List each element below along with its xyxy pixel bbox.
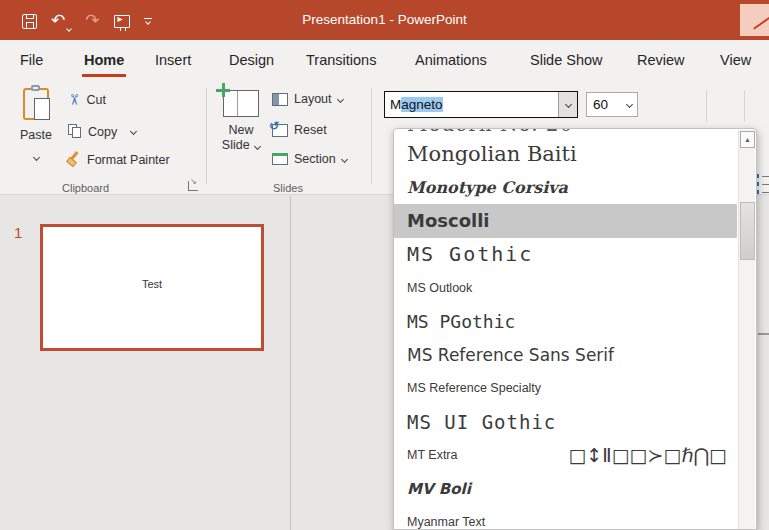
font-size-combobox[interactable]: 60 — [586, 92, 638, 117]
tab-file[interactable]: File — [20, 52, 43, 68]
control-divider — [706, 90, 707, 122]
font-option[interactable]: MS Reference Sans Serif — [394, 338, 737, 372]
font-option-label: MT Extra — [407, 448, 457, 462]
font-option-label: Modern No. 20 — [407, 129, 573, 136]
copy-label: Copy — [88, 125, 117, 139]
format-painter-label: Format Painter — [87, 153, 170, 167]
slides-group-label: Slides — [273, 182, 303, 194]
font-option-label: MS Gothic — [407, 242, 533, 266]
scroll-up-icon[interactable]: ▲ — [740, 131, 755, 148]
new-slide-label-1: New — [228, 123, 253, 137]
format-painter-icon — [66, 152, 81, 167]
slide-thumbnail[interactable]: Test — [40, 224, 264, 351]
font-option[interactable]: MS Gothic — [394, 238, 737, 272]
font-name-dropdown-button[interactable] — [558, 92, 577, 117]
reset-label: Reset — [294, 123, 327, 137]
tab-view[interactable]: View — [720, 52, 751, 68]
ribbon-tab-row: FileHomeInsertDesignTransitionsAnimation… — [0, 40, 769, 82]
panel-divider[interactable] — [290, 196, 291, 530]
paste-dropdown-icon[interactable] — [32, 154, 39, 161]
tab-review[interactable]: Review — [637, 52, 685, 68]
font-size-value: 60 — [587, 97, 621, 112]
reset-button[interactable]: Reset — [272, 123, 327, 137]
font-option-label: Monotype Corsiva — [407, 178, 568, 197]
font-name-combobox[interactable]: Magneto — [384, 91, 578, 118]
new-slide-button[interactable]: New Slide — [214, 86, 268, 178]
font-option[interactable]: Mongolian Baiti — [394, 137, 737, 171]
font-option[interactable]: Myanmar Text — [394, 506, 737, 530]
font-option[interactable]: MS Outlook — [394, 271, 737, 305]
section-label: Section — [294, 152, 336, 166]
font-size-dropdown-button[interactable] — [621, 102, 637, 107]
powerpoint-window: ↶ ↷ Presentation1 - PowerPoint FileHomeI… — [0, 0, 769, 530]
font-option-label: MS Outlook — [407, 281, 472, 295]
font-option[interactable]: Moscolli — [394, 204, 737, 238]
paste-label: Paste — [10, 128, 62, 142]
cut-button[interactable]: ✂ Cut — [68, 91, 106, 109]
share-badge[interactable] — [740, 4, 769, 36]
control-divider — [744, 90, 745, 122]
new-slide-label-2: Slide — [222, 138, 250, 152]
paste-button[interactable]: Paste — [10, 86, 62, 178]
scrollbar-thumb[interactable] — [740, 202, 755, 260]
scissors-icon: ✂ — [65, 94, 83, 107]
tab-animations[interactable]: Animations — [415, 52, 487, 68]
slide-number: 1 — [14, 224, 22, 241]
reset-icon — [272, 124, 288, 137]
font-option-label: MS UI Gothic — [407, 411, 556, 433]
copy-icon — [68, 124, 82, 139]
font-option-label: MV Boli — [407, 480, 471, 498]
clipboard-dialog-launcher-icon[interactable] — [188, 181, 198, 191]
font-option[interactable]: Modern No. 20 — [394, 129, 737, 137]
font-option-label: MS PGothic — [407, 311, 515, 332]
font-option-label: MS Reference Specialty — [407, 381, 541, 395]
font-option[interactable]: MS PGothic — [394, 305, 737, 339]
tab-insert[interactable]: Insert — [155, 52, 191, 68]
tab-transitions[interactable]: Transitions — [306, 52, 376, 68]
section-dropdown-icon — [341, 155, 348, 162]
new-slide-dropdown-icon[interactable] — [254, 143, 261, 150]
font-option-label: Mongolian Baiti — [407, 142, 577, 166]
slide-thumbnail-text: Test — [43, 278, 261, 290]
undo-dropdown-icon[interactable] — [66, 26, 72, 32]
section-icon — [272, 153, 288, 165]
layout-label: Layout — [294, 92, 332, 106]
font-name-autocomplete-selection: agneto — [401, 97, 442, 112]
font-dropdown: Modern No. 20Mongolian BaitiMonotype Cor… — [393, 128, 757, 530]
font-option-label: Myanmar Text — [407, 515, 485, 529]
paste-icon — [23, 88, 49, 120]
clipboard-group-label: Clipboard — [62, 182, 109, 194]
font-option[interactable]: MS Reference Specialty — [394, 372, 737, 406]
cut-label: Cut — [87, 93, 106, 107]
font-dropdown-list: Modern No. 20Mongolian BaitiMonotype Cor… — [394, 129, 737, 529]
new-slide-icon — [223, 90, 259, 117]
layout-button[interactable]: Layout — [272, 92, 343, 106]
layout-dropdown-icon — [336, 95, 343, 102]
copy-button[interactable]: Copy — [68, 124, 136, 139]
font-option[interactable]: MT Extra□↕Ⅱ□□≻□ℏ⋂□ — [394, 439, 737, 473]
group-divider — [371, 88, 372, 184]
tab-slide-show[interactable]: Slide Show — [530, 52, 603, 68]
tab-design[interactable]: Design — [229, 52, 274, 68]
title-bar: ↶ ↷ Presentation1 - PowerPoint — [0, 0, 769, 40]
layout-icon — [272, 93, 288, 106]
window-title: Presentation1 - PowerPoint — [0, 12, 769, 27]
font-option[interactable]: MV Boli — [394, 472, 737, 506]
section-button[interactable]: Section — [272, 152, 347, 166]
group-divider — [206, 88, 207, 184]
font-option-label: MS Reference Sans Serif — [407, 345, 614, 365]
font-option[interactable]: Monotype Corsiva — [394, 171, 737, 205]
copy-dropdown-icon[interactable] — [130, 128, 137, 135]
font-name-typed: M — [390, 97, 401, 112]
format-painter-button[interactable]: Format Painter — [66, 152, 170, 167]
font-preview-glyphs: □↕Ⅱ□□≻□ℏ⋂□ — [568, 444, 737, 466]
textbox-selection-fragment — [758, 333, 769, 335]
bullets-icon[interactable] — [755, 174, 769, 198]
dropdown-scrollbar[interactable]: ▲ — [738, 130, 755, 529]
font-option[interactable]: MS UI Gothic — [394, 405, 737, 439]
font-option-label: Moscolli — [407, 210, 490, 231]
tab-home[interactable]: Home — [84, 52, 124, 68]
